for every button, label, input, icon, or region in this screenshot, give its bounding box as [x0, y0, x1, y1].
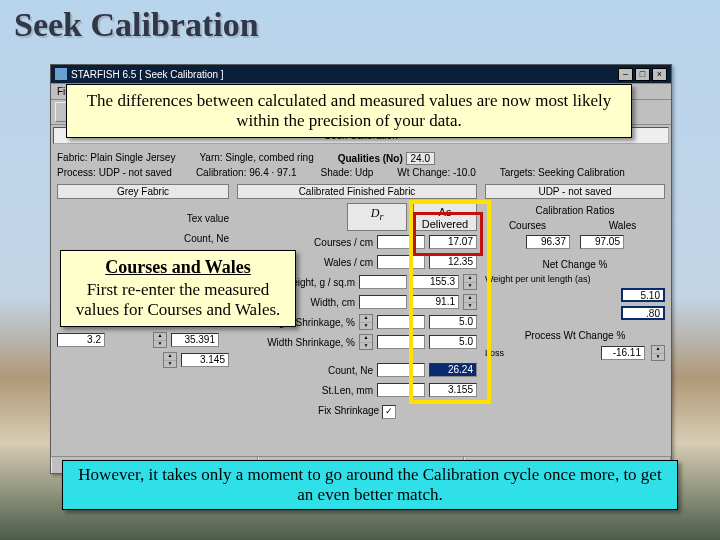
callout-left-heading: Courses and Wales	[73, 257, 283, 278]
window-title-bar: STARFISH 6.5 [ Seek Calibration ] – □ ×	[51, 65, 671, 84]
spinner[interactable]: ▲▼	[163, 352, 177, 368]
process-value: UDP - not saved	[99, 167, 172, 178]
fix-shrinkage-label: Fix Shrinkage	[318, 405, 379, 416]
window-title: STARFISH 6.5 [ Seek Calibration ]	[71, 69, 616, 80]
targets-label: Targets:	[500, 167, 536, 178]
yarn-label: Yarn:	[199, 152, 222, 163]
udp-header: UDP - not saved	[485, 184, 665, 199]
as-calculated-header: Dr	[347, 203, 407, 231]
net-top-label: Weight per unit length (as)	[485, 274, 665, 284]
calib-label: Calibration:	[196, 167, 247, 178]
wtchange-value: -10.0	[453, 167, 476, 178]
close-button[interactable]: ×	[652, 68, 667, 81]
wshrink-label: Width Shrinkage, %	[237, 337, 355, 348]
ratios-wales-value[interactable]: 97.05	[580, 235, 624, 249]
ratios-wales-label: Wales	[580, 220, 665, 231]
shade-value: Udp	[355, 167, 373, 178]
loss-value[interactable]: -16.11	[601, 346, 645, 360]
qualities-label: Qualities (No)	[338, 153, 403, 164]
callout-left: Courses and Wales First re-enter the mea…	[60, 250, 296, 327]
callout-bottom: However, it takes only a moment to go ar…	[62, 460, 678, 510]
fabric-label: Fabric:	[57, 152, 88, 163]
spinner[interactable]: ▲▼	[153, 332, 167, 348]
countne-label: Count, Ne	[237, 365, 373, 376]
minimize-button[interactable]: –	[618, 68, 633, 81]
net-row1-value[interactable]: 5.10	[621, 288, 665, 302]
fix-shrinkage-checkbox[interactable]: ✓	[382, 405, 396, 419]
meta-row: Process: UDP - not saved Calibration: 96…	[57, 167, 665, 178]
sl2-value[interactable]: 3.145	[181, 353, 229, 367]
courses-label: Courses / cm	[237, 237, 373, 248]
loss-label: Loss	[485, 348, 595, 358]
process-wt-change-header: Process Wt Change %	[485, 330, 665, 341]
net-row2-value[interactable]: .80	[621, 306, 665, 320]
calibration-ratios-header: Calibration Ratios	[485, 205, 665, 216]
stlen-mid-label: St.Len, mm	[237, 385, 373, 396]
meta-row: Fabric: Plain Single Jersey Yarn: Single…	[57, 152, 665, 165]
tex-label: Tex value	[57, 213, 229, 224]
targets-value: Seeking Calibration	[538, 167, 625, 178]
stl-value[interactable]: 3.2	[57, 333, 105, 347]
net-change-header: Net Change %	[485, 259, 665, 270]
wtchange-label: Wt Change:	[397, 167, 450, 178]
fabric-value: Plain Single Jersey	[90, 152, 175, 163]
yarn-value: Single, combed ring	[225, 152, 313, 163]
maximize-button[interactable]: □	[635, 68, 650, 81]
sl1-value[interactable]: 35.391	[171, 333, 219, 347]
width-calc[interactable]	[359, 295, 407, 309]
count-label: Count, Ne	[57, 233, 229, 244]
spinner[interactable]: ▲▼	[359, 334, 373, 350]
calibrated-finished-header: Calibrated Finished Fabric	[237, 184, 477, 199]
weight-calc[interactable]	[359, 275, 407, 289]
calib-value: 96.4 · 97.1	[249, 167, 296, 178]
grey-fabric-header: Grey Fabric	[57, 184, 229, 199]
ratios-courses-value[interactable]: 96.37	[526, 235, 570, 249]
ratios-courses-label: Courses	[485, 220, 570, 231]
spinner[interactable]: ▲▼	[651, 345, 665, 361]
qualities-value[interactable]: 24.0	[406, 152, 435, 165]
fix-shrinkage-row: Fix Shrinkage ✓	[237, 405, 477, 419]
udp-panel: UDP - not saved Calibration Ratios Cours…	[485, 184, 665, 419]
shade-label: Shade:	[321, 167, 353, 178]
callout-top: The differences between calculated and m…	[66, 84, 632, 138]
highlight-red	[413, 212, 483, 256]
callout-left-body: First re-enter the measured values for C…	[73, 280, 283, 320]
spinner[interactable]: ▲▼	[359, 314, 373, 330]
slide-title: Seek Calibration	[14, 6, 259, 44]
app-icon	[55, 68, 67, 80]
process-label: Process:	[57, 167, 96, 178]
